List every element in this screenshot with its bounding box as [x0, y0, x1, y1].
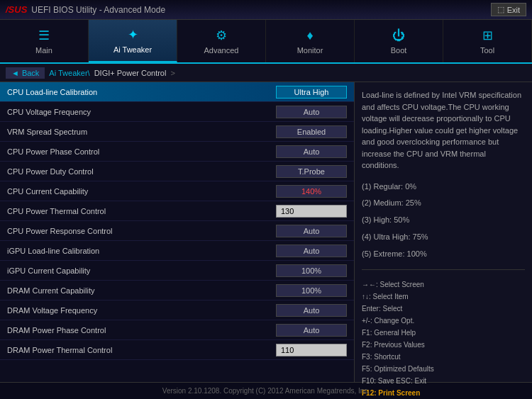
setting-value: Auto: [276, 245, 347, 257]
info-panel: Load-line is defined by Intel VRM specif…: [355, 82, 532, 382]
setting-row[interactable]: DRAM Power Phase ControlAuto: [0, 320, 354, 340]
setting-label: CPU Current Capability: [7, 187, 88, 196]
setting-value: Auto: [276, 106, 347, 118]
setting-row[interactable]: DRAM Voltage FrequencyAuto: [0, 300, 354, 320]
exit-icon: ⬚: [497, 5, 504, 14]
setting-row[interactable]: iGPU Load-line CalibrationAuto: [0, 241, 354, 261]
setting-value: 110: [276, 344, 347, 356]
settings-panel: CPU Load-line CalibrationUltra HighCPU V…: [0, 82, 355, 382]
back-label: Back: [22, 69, 39, 77]
setting-label: DRAM Current Capability: [7, 286, 94, 295]
tab-ai-tweaker[interactable]: ✦ Ai Tweaker: [89, 20, 177, 62]
keyboard-shortcuts: →←: Select Screen↑↓: Select ItemEnter: S…: [362, 279, 525, 399]
info-option: (3) High: 50%: [362, 213, 525, 227]
info-options: (1) Regular: 0%(2) Medium: 25%(3) High: …: [362, 177, 525, 262]
breadcrumb-ai-tweaker[interactable]: Ai Tweaker\: [49, 69, 89, 77]
setting-label: DRAM Power Thermal Control: [7, 346, 112, 354]
info-option: (1) Regular: 0%: [362, 180, 525, 194]
setting-row[interactable]: CPU Power Response ControlAuto: [0, 221, 354, 241]
setting-value: Auto: [276, 324, 347, 337]
header: /SUS UEFI BIOS Utility - Advanced Mode ⬚…: [0, 0, 532, 20]
exit-label: Exit: [507, 6, 520, 14]
setting-value: Auto: [276, 304, 347, 317]
setting-value: 100%: [276, 284, 347, 297]
breadcrumb-chevron: >: [170, 69, 174, 77]
shortcut-line: →←: Select Screen: [362, 279, 525, 291]
main-content: CPU Load-line CalibrationUltra HighCPU V…: [0, 82, 532, 382]
tab-monitor-label: Monitor: [297, 46, 323, 55]
tab-main-label: Main: [35, 46, 52, 55]
tab-monitor[interactable]: ♦ Monitor: [266, 20, 355, 62]
setting-label: DRAM Voltage Frequency: [7, 306, 97, 315]
footer-text: Version 2.10.1208. Copyright (C) 2012 Am…: [162, 387, 370, 395]
setting-value: 140%: [276, 185, 347, 198]
tool-icon: ⊞: [482, 28, 493, 43]
setting-row[interactable]: CPU Load-line CalibrationUltra High: [0, 82, 354, 102]
tab-advanced-label: Advanced: [204, 46, 239, 55]
setting-value: 130: [276, 205, 347, 218]
setting-label: CPU Load-line Calibration: [7, 88, 97, 96]
shortcut-line: Enter: Select: [362, 303, 525, 315]
setting-value: Enabled: [276, 125, 347, 138]
tab-main[interactable]: ☰ Main: [0, 20, 89, 62]
main-icon: ☰: [38, 28, 50, 43]
setting-label: CPU Power Response Control: [7, 227, 113, 235]
tab-advanced[interactable]: ⚙ Advanced: [177, 20, 266, 62]
shortcut-line: F2: Previous Values: [362, 339, 525, 351]
tab-ai-tweaker-label: Ai Tweaker: [113, 45, 152, 54]
setting-value: Auto: [276, 225, 347, 237]
info-description: Load-line is defined by Intel VRM specif…: [362, 89, 525, 172]
setting-row[interactable]: CPU Voltage FrequencyAuto: [0, 102, 354, 122]
setting-row[interactable]: CPU Power Phase ControlAuto: [0, 142, 354, 162]
exit-button[interactable]: ⬚ Exit: [491, 3, 526, 16]
setting-label: CPU Power Phase Control: [7, 147, 99, 156]
setting-value: 100%: [276, 264, 347, 277]
setting-row[interactable]: DRAM Power Thermal Control110: [0, 340, 354, 360]
setting-label: CPU Power Thermal Control: [7, 207, 106, 215]
breadcrumb: ◄ Back Ai Tweaker\ DIGI+ Power Control >: [0, 64, 532, 82]
header-logo: /SUS UEFI BIOS Utility - Advanced Mode: [6, 4, 165, 15]
shortcut-line: F12: Print Screen: [362, 387, 525, 399]
setting-value: Ultra High: [276, 86, 347, 99]
tab-tool[interactable]: ⊞ Tool: [443, 20, 532, 62]
setting-row[interactable]: iGPU Current Capability100%: [0, 261, 354, 281]
tab-boot[interactable]: ⏻ Boot: [355, 20, 443, 62]
header-title: UEFI BIOS Utility - Advanced Mode: [31, 5, 165, 15]
tab-tool-label: Tool: [480, 46, 494, 55]
back-button[interactable]: ◄ Back: [6, 67, 45, 79]
nav-tabs: ☰ Main ✦ Ai Tweaker ⚙ Advanced ♦ Monitor…: [0, 20, 532, 64]
shortcut-line: F1: General Help: [362, 327, 525, 339]
setting-label: CPU Power Duty Control: [7, 167, 94, 176]
setting-row[interactable]: VRM Spread SpectrumEnabled: [0, 122, 354, 142]
advanced-icon: ⚙: [216, 28, 227, 43]
back-arrow-icon: ◄: [11, 69, 19, 77]
setting-label: iGPU Current Capability: [7, 266, 90, 275]
boot-icon: ⏻: [392, 28, 405, 43]
info-option: (4) Ultra High: 75%: [362, 230, 525, 245]
setting-value: Auto: [276, 145, 347, 158]
tab-boot-label: Boot: [391, 46, 407, 55]
setting-row[interactable]: DRAM Current Capability100%: [0, 281, 354, 300]
shortcut-line: +/-: Change Opt.: [362, 315, 525, 327]
monitor-icon: ♦: [306, 28, 313, 43]
info-option: (5) Extreme: 100%: [362, 247, 525, 262]
setting-value: T.Probe: [276, 165, 347, 178]
shortcut-line: F3: Shortcut: [362, 351, 525, 363]
setting-label: VRM Spread Spectrum: [7, 128, 87, 136]
setting-label: CPU Voltage Frequency: [7, 108, 91, 116]
breadcrumb-current: DIGI+ Power Control: [94, 69, 167, 77]
ai-tweaker-icon: ✦: [128, 27, 138, 43]
shortcut-line: ↑↓: Select Item: [362, 291, 525, 303]
info-divider: [362, 269, 525, 270]
setting-label: iGPU Load-line Calibration: [7, 247, 99, 255]
shortcut-line: F10: Save ESC: Exit: [362, 375, 525, 387]
setting-row[interactable]: CPU Power Duty ControlT.Probe: [0, 162, 354, 181]
info-option: (2) Medium: 25%: [362, 196, 525, 210]
shortcut-line: F5: Optimized Defaults: [362, 363, 525, 375]
setting-row[interactable]: CPU Current Capability140%: [0, 181, 354, 201]
setting-label: DRAM Power Phase Control: [7, 326, 106, 335]
setting-row[interactable]: CPU Power Thermal Control130: [0, 201, 354, 221]
asus-logo: /SUS: [6, 4, 27, 15]
